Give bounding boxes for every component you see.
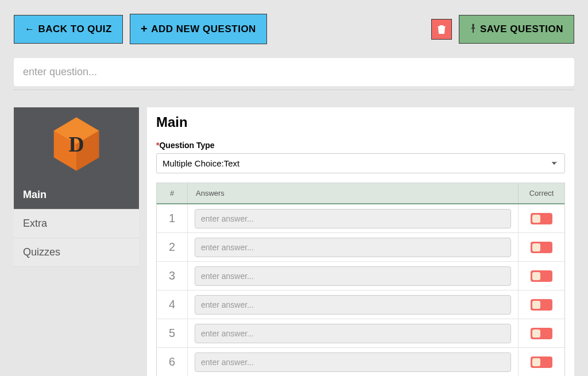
question-input[interactable]	[14, 58, 574, 86]
plus-icon	[141, 22, 148, 36]
toolbar: BACK TO QUIZ ADD NEW QUESTION SAVE QUEST…	[0, 0, 588, 58]
answers-row: 2	[157, 233, 564, 262]
answers-row: 4	[157, 290, 564, 319]
sidebar: D Main Extra Quizzes	[14, 107, 139, 376]
answer-input[interactable]	[195, 266, 511, 286]
trash-icon	[438, 25, 446, 34]
answer-input[interactable]	[195, 238, 511, 257]
add-new-question-button[interactable]: ADD NEW QUESTION	[130, 14, 267, 44]
correct-toggle[interactable]	[531, 356, 552, 368]
correct-toggle[interactable]	[531, 328, 552, 339]
correct-toggle[interactable]	[531, 270, 552, 282]
correct-toggle[interactable]	[531, 213, 552, 224]
sidebar-item-extra[interactable]: Extra	[14, 210, 139, 238]
answers-row: 1	[157, 204, 564, 233]
answers-row: 5	[157, 319, 564, 348]
logo-box: D	[14, 107, 139, 181]
answer-number: 3	[157, 262, 188, 290]
add-label: ADD NEW QUESTION	[151, 24, 256, 35]
logo-icon: D	[51, 115, 102, 173]
answers-table: # Answers Correct 1 2 3 4	[156, 183, 565, 376]
main-title: Main	[156, 114, 565, 130]
back-label: BACK TO QUIZ	[38, 24, 112, 35]
sidebar-item-main[interactable]: Main	[14, 181, 139, 210]
col-header-answers: Answers	[188, 183, 519, 203]
answer-number: 2	[157, 233, 188, 261]
answer-number: 4	[157, 290, 188, 319]
save-label: SAVE QUESTION	[480, 24, 563, 35]
arrow-left-icon	[25, 24, 35, 35]
save-question-button[interactable]: SAVE QUESTION	[459, 15, 574, 44]
pin-icon	[470, 24, 477, 35]
question-input-wrap	[14, 58, 574, 86]
answer-number: 6	[157, 348, 188, 376]
answer-input[interactable]	[195, 352, 511, 372]
answers-row: 3	[157, 262, 564, 290]
back-to-quiz-button[interactable]: BACK TO QUIZ	[14, 15, 123, 44]
answers-row: 6	[157, 348, 564, 376]
main-panel: Main *Question Type Multiple Choice:Text…	[147, 107, 574, 376]
correct-toggle[interactable]	[531, 242, 552, 253]
content: D Main Extra Quizzes Main *Question Type…	[0, 90, 588, 376]
correct-toggle[interactable]	[531, 299, 552, 311]
sidebar-item-quizzes[interactable]: Quizzes	[14, 238, 139, 267]
svg-text:D: D	[68, 133, 84, 156]
answers-header: # Answers Correct	[157, 183, 564, 204]
sidebar-item-label: Extra	[23, 218, 47, 229]
answer-input[interactable]	[195, 209, 511, 228]
sidebar-item-label: Quizzes	[23, 246, 60, 258]
answer-number: 1	[157, 204, 188, 232]
sidebar-item-label: Main	[23, 189, 47, 200]
col-header-num: #	[157, 183, 188, 203]
delete-button[interactable]	[431, 19, 452, 40]
question-type-label: *Question Type	[156, 141, 565, 150]
answer-number: 5	[157, 319, 188, 347]
answer-input[interactable]	[195, 324, 511, 343]
question-type-select[interactable]: Multiple Choice:Text	[156, 153, 565, 173]
qt-label-text: Question Type	[159, 141, 214, 150]
answer-input[interactable]	[195, 295, 511, 315]
col-header-correct: Correct	[519, 183, 564, 203]
